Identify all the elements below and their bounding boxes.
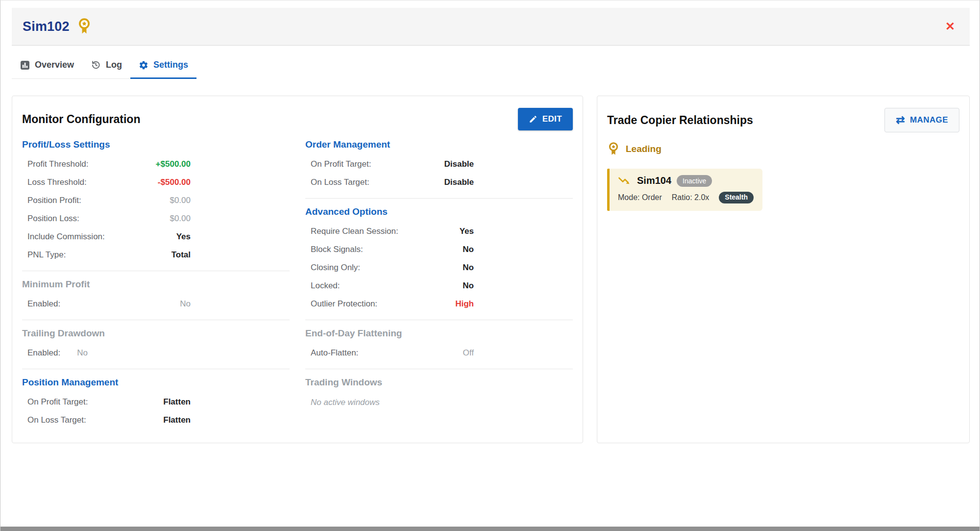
trending-down-icon	[618, 177, 632, 185]
tab-overview[interactable]: Overview	[12, 52, 82, 79]
section-title-advanced-options: Advanced Options	[305, 206, 573, 217]
edit-button[interactable]: EDIT	[518, 108, 573, 130]
leading-label-row: Leading	[607, 142, 959, 156]
dialog-header: Sim102 ✕	[12, 8, 970, 46]
medal-star-icon	[76, 18, 92, 35]
setting-row: Position Loss: $0.00	[22, 209, 290, 228]
card-title: Monitor Configuration	[22, 113, 140, 126]
gear-icon	[139, 60, 148, 70]
tab-label: Settings	[153, 60, 188, 70]
card-title: Trade Copier Relationships	[607, 114, 753, 127]
setting-row: Require Clean Session: Yes	[305, 222, 573, 240]
setting-value: No	[180, 299, 191, 309]
edit-button-label: EDIT	[542, 114, 562, 124]
setting-value: No	[77, 348, 88, 358]
section-divider	[305, 369, 573, 369]
close-icon[interactable]: ✕	[945, 21, 955, 32]
setting-label: Position Loss:	[27, 214, 79, 224]
tab-label: Log	[106, 60, 122, 70]
relationship-name: Sim104	[637, 175, 671, 186]
tab-label: Overview	[35, 60, 74, 70]
history-icon	[91, 60, 101, 70]
setting-value: Total	[172, 250, 191, 260]
setting-value: Yes	[176, 232, 191, 242]
setting-row: Profit Threshold: +$500.00	[22, 155, 290, 173]
setting-label: Auto-Flatten:	[311, 348, 358, 358]
dialog-window: Sim102 ✕	[0, 0, 980, 531]
setting-label: Locked:	[311, 281, 340, 291]
setting-value: No	[463, 263, 474, 273]
setting-label: Loss Threshold:	[27, 177, 87, 187]
relationship-mode: Mode: Order	[618, 193, 662, 202]
setting-row: Position Profit: $0.00	[22, 191, 290, 209]
section-divider	[305, 320, 573, 320]
setting-value: $0.00	[170, 214, 191, 224]
setting-label: On Profit Target:	[311, 159, 371, 169]
tab-bar: Overview Log Settings	[12, 52, 196, 79]
relationship-ratio: Ratio: 2.0x	[672, 193, 709, 202]
setting-row: On Profit Target: Flatten	[22, 393, 290, 411]
setting-value: Disable	[444, 177, 474, 187]
setting-value: -$500.00	[158, 177, 191, 187]
bar-chart-icon	[20, 60, 30, 70]
trading-windows-empty-text: No active windows	[305, 393, 573, 407]
leading-label: Leading	[626, 144, 662, 154]
setting-row: Auto-Flatten: Off	[305, 344, 573, 362]
manage-button-label: MANAGE	[910, 115, 948, 125]
section-title-minimum-profit: Minimum Profit	[22, 279, 290, 290]
setting-row: Locked: No	[305, 277, 573, 295]
setting-row: Outlier Protection: High	[305, 295, 573, 313]
swap-arrows-icon: ⇄	[896, 115, 905, 126]
setting-label: Closing Only:	[311, 263, 360, 273]
setting-value: No	[463, 281, 474, 291]
setting-row: Block Signals: No	[305, 240, 573, 258]
copier-relationship-item[interactable]: Sim104 Inactive Mode: Order Ratio: 2.0x …	[607, 169, 762, 211]
setting-row: PNL Type: Total	[22, 246, 290, 264]
section-title-trading-windows: Trading Windows	[305, 377, 573, 388]
trade-copier-card: Trade Copier Relationships ⇄ MANAGE	[597, 96, 970, 443]
setting-row: On Loss Target: Flatten	[22, 411, 290, 429]
section-title-eod-flattening: End-of-Day Flattening	[305, 328, 573, 339]
setting-row: Include Commission: Yes	[22, 228, 290, 246]
setting-label: Enabled:	[27, 348, 60, 358]
setting-value: $0.00	[170, 196, 191, 205]
setting-value: No	[463, 245, 474, 254]
setting-label: Block Signals:	[311, 245, 363, 254]
tab-log[interactable]: Log	[82, 52, 130, 79]
setting-label: Include Commission:	[27, 232, 105, 242]
setting-label: On Loss Target:	[311, 177, 369, 187]
setting-row: On Loss Target: Disable	[305, 173, 573, 191]
setting-value: Flatten	[163, 397, 191, 407]
setting-label: On Profit Target:	[27, 397, 88, 407]
setting-value: Disable	[444, 159, 474, 169]
setting-row: Loss Threshold: -$500.00	[22, 173, 290, 191]
setting-row: Enabled: No	[22, 295, 290, 313]
section-title-order-management: Order Management	[305, 139, 573, 150]
status-badge: Inactive	[677, 175, 712, 187]
setting-row: Enabled: No	[22, 344, 290, 362]
medal-icon	[607, 142, 620, 156]
setting-label: PNL Type:	[27, 250, 66, 260]
tab-settings[interactable]: Settings	[130, 52, 196, 79]
setting-row: Closing Only: No	[305, 258, 573, 277]
section-divider	[22, 271, 290, 271]
setting-label: Require Clean Session:	[311, 227, 398, 236]
page-title: Sim102	[23, 19, 70, 34]
manage-button[interactable]: ⇄ MANAGE	[884, 108, 959, 132]
setting-value: +$500.00	[156, 159, 191, 169]
setting-value: High	[455, 299, 474, 309]
section-divider	[305, 198, 573, 199]
setting-label: On Loss Target:	[27, 415, 86, 425]
section-divider	[22, 369, 290, 369]
pencil-icon	[529, 115, 538, 124]
setting-label: Profit Threshold:	[27, 159, 88, 169]
section-title-profit-loss: Profit/Loss Settings	[22, 139, 290, 150]
setting-label: Enabled:	[27, 299, 60, 309]
setting-row: On Profit Target: Disable	[305, 155, 573, 173]
setting-label: Outlier Protection:	[311, 299, 377, 309]
section-title-trailing-drawdown: Trailing Drawdown	[22, 328, 290, 339]
stealth-badge: Stealth	[719, 192, 754, 203]
setting-value: Yes	[460, 227, 474, 236]
section-divider	[22, 320, 290, 320]
setting-value: Off	[463, 348, 474, 358]
